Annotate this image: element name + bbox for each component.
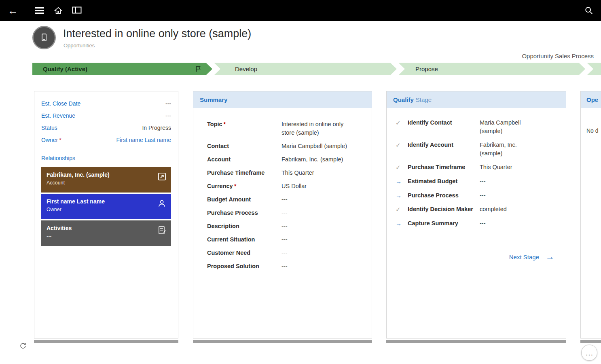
row-value[interactable]: --- — [281, 249, 288, 257]
back-icon[interactable]: ← — [5, 2, 21, 19]
step-value-link[interactable]: Maria Campbell (sample) — [480, 119, 540, 135]
row-value[interactable]: --- — [281, 262, 288, 271]
stage-propose-label: Propose — [415, 66, 438, 72]
open-card-body: No d — [581, 108, 601, 134]
step-identify-decision-maker: ✓ Identify Decision Maker completed — [396, 205, 559, 214]
row-value[interactable]: US Dollar — [281, 182, 307, 190]
qualify-card-body: ✓ Identify Contact Maria Campbell (sampl… — [387, 108, 566, 228]
summary-card: Summary Topic* Interested in online only… — [193, 91, 372, 339]
open-card-title: Ope — [586, 96, 598, 103]
step-value[interactable]: --- — [480, 219, 486, 228]
hamburger-icon[interactable] — [32, 2, 48, 19]
qualify-stage-card: Qualify Stage ✓ Identify Contact Maria C… — [386, 91, 566, 339]
refresh-icon[interactable] — [19, 342, 27, 351]
required-marker: * — [59, 137, 61, 143]
card-scrollbar[interactable] — [34, 340, 178, 343]
layout-icon[interactable] — [69, 2, 85, 19]
tile-title: Activities — [47, 225, 155, 231]
stage-qualify[interactable]: Qualify (Active) — [32, 63, 212, 75]
contact-link[interactable]: Maria Campbell (sample) — [281, 142, 347, 150]
tile-subtitle: --- — [47, 233, 155, 239]
step-value[interactable]: --- — [480, 191, 486, 200]
field-value[interactable]: --- — [165, 100, 171, 107]
owner-tile[interactable]: First name Last name Owner — [41, 194, 171, 219]
card-scrollbar[interactable] — [580, 340, 601, 343]
required-marker: * — [234, 183, 237, 189]
field-label: Est. Revenue — [41, 112, 75, 119]
check-icon: ✓ — [396, 141, 408, 158]
card-scrollbar[interactable] — [386, 340, 566, 343]
row-value[interactable]: This Quarter — [281, 169, 314, 177]
step-label: Identify Account — [408, 141, 480, 158]
row-label: Purchase Timeframe — [207, 169, 281, 177]
owner-link[interactable]: First name Last name — [116, 137, 171, 143]
open-card-header: Ope — [581, 91, 601, 108]
relationships-heading: Relationships — [41, 155, 171, 161]
field-label: Owner* — [41, 137, 61, 143]
step-estimated-budget: → Estimated Budget --- — [396, 177, 559, 186]
tile-subtitle: Account — [47, 180, 155, 186]
field-value[interactable]: --- — [165, 112, 171, 119]
summary-row-purchase-process: Purchase Process --- — [207, 209, 364, 217]
step-purchase-timeframe: ✓ Purchase Timeframe This Quarter — [396, 163, 559, 172]
field-status: Status In Progress — [41, 125, 171, 131]
row-value[interactable]: --- — [281, 209, 288, 217]
next-stage-label: Next Stage — [509, 254, 539, 260]
opportunity-icon — [39, 32, 49, 43]
step-purchase-process: → Purchase Process --- — [396, 191, 559, 200]
home-icon[interactable] — [50, 2, 66, 19]
field-value[interactable]: In Progress — [142, 125, 171, 131]
step-label: Purchase Timeframe — [408, 163, 480, 172]
stage-qualify-label: Qualify (Active) — [43, 66, 87, 72]
activities-tile[interactable]: Activities --- — [41, 220, 171, 246]
summary-card-header: Summary — [193, 91, 372, 108]
row-label: Description — [207, 222, 281, 231]
step-label: Identify Decision Maker — [408, 205, 480, 214]
card-scrollbar[interactable] — [193, 340, 372, 343]
qualify-card-title-suffix: Stage — [416, 96, 432, 103]
hamburger-bars — [35, 6, 44, 15]
summary-card-body: Topic* Interested in online only store (… — [193, 108, 372, 271]
step-value[interactable]: completed — [480, 205, 507, 214]
row-value[interactable]: --- — [281, 235, 288, 244]
row-value[interactable]: --- — [281, 222, 288, 231]
activities-icon — [158, 226, 166, 236]
tile-title: Fabrikam, Inc. (sample) — [47, 171, 155, 178]
summary-row-customer-need: Customer Need --- — [207, 249, 364, 257]
summary-row-account: Account Fabrikam, Inc. (sample) — [207, 155, 364, 164]
summary-row-purchase-timeframe: Purchase Timeframe This Quarter — [207, 169, 364, 177]
field-label: Est. Close Date — [41, 100, 80, 107]
row-label: Proposed Solution — [207, 262, 281, 271]
stage-propose[interactable]: Propose — [398, 63, 585, 75]
person-icon — [157, 199, 166, 210]
row-label: Customer Need — [207, 249, 281, 257]
business-process-flow: Qualify (Active) Develop Propose — [32, 63, 601, 75]
search-icon[interactable] — [581, 2, 597, 19]
row-label: Current Situation — [207, 235, 281, 244]
account-link[interactable]: Fabrikam, Inc. (sample) — [281, 155, 343, 164]
stage-develop[interactable]: Develop — [214, 63, 397, 75]
stage-develop-label: Develop — [235, 66, 257, 72]
record-side-card: Est. Close Date --- Est. Revenue --- Sta… — [34, 91, 178, 339]
top-navigation-bar: ← — [0, 0, 601, 21]
stage-next-clipped[interactable] — [587, 63, 601, 75]
row-value[interactable]: Interested in online only store (sample) — [281, 120, 352, 137]
step-identify-account: ✓ Identify Account Fabrikam, Inc. (sampl… — [396, 141, 559, 158]
step-value[interactable]: This Quarter — [480, 163, 512, 172]
qualify-card-header: Qualify Stage — [387, 91, 566, 108]
step-value-link[interactable]: Fabrikam, Inc. (sample) — [480, 141, 540, 158]
step-value[interactable]: --- — [480, 177, 486, 186]
step-label: Estimated Budget — [408, 177, 480, 186]
next-stage-button[interactable]: Next Stage → — [509, 252, 554, 261]
arrow-right-icon: → — [546, 252, 554, 261]
step-label: Identify Contact — [408, 119, 480, 135]
more-icon[interactable]: … — [581, 345, 597, 361]
account-tile[interactable]: Fabrikam, Inc. (sample) Account — [41, 167, 171, 193]
open-activities-card-clipped: Ope No d — [580, 91, 601, 339]
row-value[interactable]: --- — [281, 195, 288, 204]
field-owner: Owner* First name Last name — [41, 137, 171, 143]
summary-row-description: Description --- — [207, 222, 364, 231]
check-icon: ✓ — [396, 205, 408, 214]
page-title: Interested in online only store (sample) — [63, 28, 251, 40]
summary-card-title: Summary — [200, 96, 227, 103]
